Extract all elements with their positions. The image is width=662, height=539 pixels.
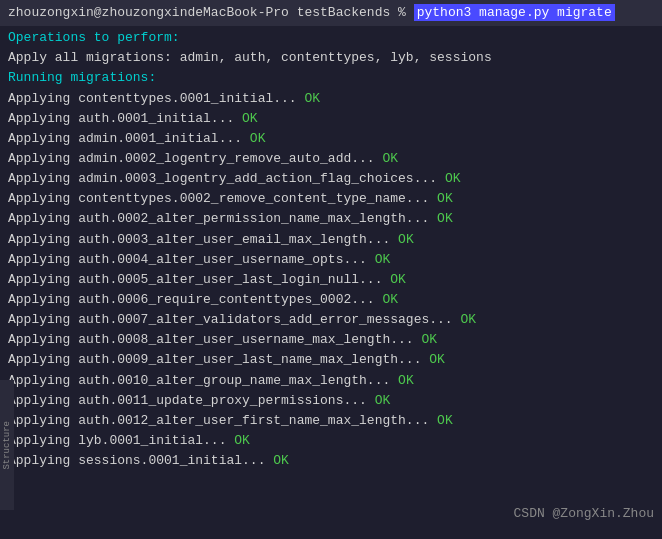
migration-line: Applying auth.0007_alter_validators_add_…	[8, 310, 654, 330]
migration-status: OK	[382, 292, 398, 307]
migration-name: Applying auth.0005_alter_user_last_login…	[8, 272, 390, 287]
running-header: Running migrations:	[8, 68, 654, 88]
migration-name: Applying auth.0010_alter_group_name_max_…	[8, 373, 398, 388]
migration-name: Applying admin.0003_logentry_add_action_…	[8, 171, 445, 186]
sidebar-structure: Structure	[0, 380, 14, 510]
migration-name: Applying auth.0004_alter_user_username_o…	[8, 252, 375, 267]
migration-status: OK	[375, 393, 391, 408]
migration-name: Applying auth.0009_alter_user_last_name_…	[8, 352, 429, 367]
migration-status: OK	[437, 191, 453, 206]
migration-status: OK	[437, 211, 453, 226]
migration-name: Applying auth.0003_alter_user_email_max_…	[8, 232, 398, 247]
migration-status: OK	[242, 111, 258, 126]
migration-name: Applying auth.0007_alter_validators_add_…	[8, 312, 460, 327]
migration-line: Applying auth.0003_alter_user_email_max_…	[8, 230, 654, 250]
migration-status: OK	[273, 453, 289, 468]
migration-line: Applying lyb.0001_initial... OK	[8, 431, 654, 451]
migration-line: Applying admin.0003_logentry_add_action_…	[8, 169, 654, 189]
migration-name: Applying auth.0006_require_contenttypes_…	[8, 292, 382, 307]
sidebar-label: Structure	[2, 421, 12, 470]
operations-detail: Apply all migrations: admin, auth, conte…	[8, 48, 654, 68]
terminal-content: Operations to perform: Apply all migrati…	[0, 26, 662, 473]
migration-status: OK	[250, 131, 266, 146]
migration-line: Applying admin.0001_initial... OK	[8, 129, 654, 149]
migration-name: Applying auth.0008_alter_user_username_m…	[8, 332, 421, 347]
migration-status: OK	[234, 433, 250, 448]
migration-status: OK	[382, 151, 398, 166]
migration-line: Applying auth.0011_update_proxy_permissi…	[8, 391, 654, 411]
migration-line: Applying admin.0002_logentry_remove_auto…	[8, 149, 654, 169]
migration-line: Applying auth.0005_alter_user_last_login…	[8, 270, 654, 290]
migration-line: Applying contenttypes.0002_remove_conten…	[8, 189, 654, 209]
migration-status: OK	[398, 373, 414, 388]
watermark: CSDN @ZongXin.Zhou	[514, 506, 654, 521]
migrations-list: Applying contenttypes.0001_initial... OK…	[8, 89, 654, 472]
migration-line: Applying auth.0004_alter_user_username_o…	[8, 250, 654, 270]
migration-name: Applying contenttypes.0002_remove_conten…	[8, 191, 437, 206]
migration-line: Applying auth.0006_require_contenttypes_…	[8, 290, 654, 310]
terminal-command: python3 manage.py migrate	[414, 4, 615, 21]
migration-name: Applying auth.0012_alter_user_first_name…	[8, 413, 437, 428]
migration-status: OK	[429, 352, 445, 367]
migration-status: OK	[390, 272, 406, 287]
migration-name: Applying auth.0002_alter_permission_name…	[8, 211, 437, 226]
migration-line: Applying auth.0002_alter_permission_name…	[8, 209, 654, 229]
migration-name: Applying admin.0001_initial...	[8, 131, 250, 146]
migration-name: Applying admin.0002_logentry_remove_auto…	[8, 151, 382, 166]
migration-status: OK	[398, 232, 414, 247]
migration-name: Applying sessions.0001_initial...	[8, 453, 273, 468]
migration-line: Applying auth.0009_alter_user_last_name_…	[8, 350, 654, 370]
migration-line: Applying auth.0008_alter_user_username_m…	[8, 330, 654, 350]
migration-status: OK	[437, 413, 453, 428]
migration-status: OK	[460, 312, 476, 327]
migration-line: Applying auth.0010_alter_group_name_max_…	[8, 371, 654, 391]
migration-status: OK	[421, 332, 437, 347]
migration-line: Applying auth.0001_initial... OK	[8, 109, 654, 129]
migration-status: OK	[445, 171, 461, 186]
migration-status: OK	[304, 91, 320, 106]
migration-line: Applying sessions.0001_initial... OK	[8, 451, 654, 471]
operations-header: Operations to perform:	[8, 28, 654, 48]
migration-name: Applying auth.0011_update_proxy_permissi…	[8, 393, 375, 408]
migration-name: Applying contenttypes.0001_initial...	[8, 91, 304, 106]
migration-line: Applying auth.0012_alter_user_first_name…	[8, 411, 654, 431]
terminal-top-bar: zhouzongxin@zhouzongxindeMacBook-Pro tes…	[0, 0, 662, 26]
migration-status: OK	[375, 252, 391, 267]
terminal-prompt: zhouzongxin@zhouzongxindeMacBook-Pro tes…	[8, 5, 406, 20]
migration-line: Applying contenttypes.0001_initial... OK	[8, 89, 654, 109]
migration-name: Applying lyb.0001_initial...	[8, 433, 234, 448]
terminal-window: zhouzongxin@zhouzongxindeMacBook-Pro tes…	[0, 0, 662, 539]
migration-name: Applying auth.0001_initial...	[8, 111, 242, 126]
